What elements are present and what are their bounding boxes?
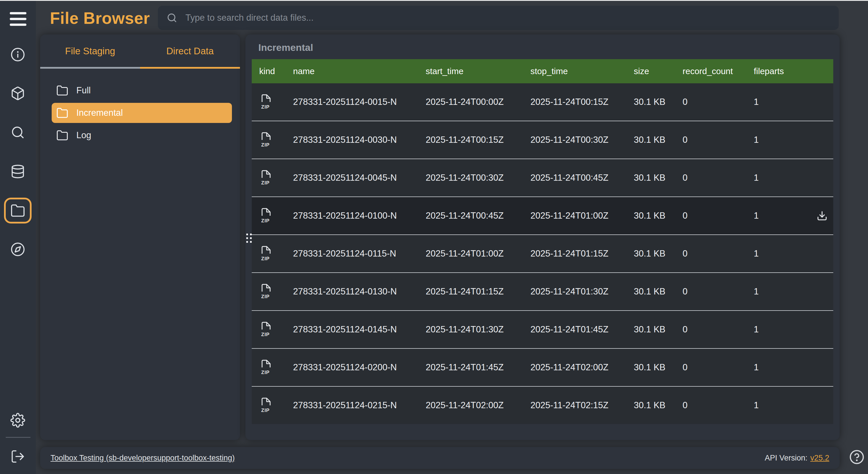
start-time-cell: 2025-11-24T00:15Z xyxy=(418,135,523,145)
name-cell: 278331-20251124-0045-N xyxy=(286,173,418,183)
api-version-link[interactable]: v25.2 xyxy=(810,453,829,463)
size-cell: 30.1 KB xyxy=(626,324,675,335)
database-icon[interactable] xyxy=(10,164,25,179)
size-cell: 30.1 KB xyxy=(626,135,675,145)
tab-file-staging[interactable]: File Staging xyxy=(40,34,140,68)
table-row[interactable]: ZIP 278331-20251124-0215-N 2025-11-24T02… xyxy=(252,386,833,424)
start-time-cell: 2025-11-24T02:00Z xyxy=(418,400,523,411)
start-time-cell: 2025-11-24T00:30Z xyxy=(418,173,523,183)
kind-cell: ZIP xyxy=(252,321,286,338)
name-cell: 278331-20251124-0200-N xyxy=(286,362,418,373)
logout-icon[interactable] xyxy=(10,449,25,464)
svg-text:ZIP: ZIP xyxy=(261,142,270,148)
column-header-record_count[interactable]: record_count xyxy=(675,66,746,76)
kind-cell: ZIP xyxy=(252,93,286,111)
name-cell: 278331-20251124-0030-N xyxy=(286,135,418,145)
download-button[interactable] xyxy=(817,210,828,221)
kind-cell: ZIP xyxy=(252,359,286,376)
stop-time-cell: 2025-11-24T02:00Z xyxy=(523,362,626,373)
window-top-highlight xyxy=(0,0,868,1)
name-cell: 278331-20251124-0145-N xyxy=(286,324,418,335)
help-icon[interactable] xyxy=(849,449,865,465)
table-header-row: kindnamestart_timestop_timesizerecord_co… xyxy=(252,59,833,83)
api-version: API Version: v25.2 xyxy=(765,453,829,463)
stop-time-cell: 2025-11-24T00:30Z xyxy=(523,135,626,145)
size-cell: 30.1 KB xyxy=(626,400,675,411)
stop-time-cell: 2025-11-24T01:30Z xyxy=(523,287,626,297)
tree-item[interactable]: Log xyxy=(52,125,232,145)
tree-item-label: Full xyxy=(76,85,91,96)
record-count-cell: 0 xyxy=(675,211,746,221)
actions-cell xyxy=(798,362,833,373)
folder-icon xyxy=(56,85,68,96)
name-cell: 278331-20251124-0100-N xyxy=(286,211,418,221)
start-time-cell: 2025-11-24T01:15Z xyxy=(418,287,523,297)
search-bar xyxy=(158,6,839,30)
workspace-link[interactable]: Toolbox Testing (sb-developersupport-too… xyxy=(51,453,235,463)
zip-file-icon: ZIP xyxy=(259,207,273,225)
table-row[interactable]: ZIP 278331-20251124-0130-N 2025-11-24T01… xyxy=(252,272,833,310)
size-cell: 30.1 KB xyxy=(626,287,675,297)
folder-icon xyxy=(56,129,68,141)
compass-icon[interactable] xyxy=(10,242,25,257)
zip-file-icon: ZIP xyxy=(259,245,273,262)
size-cell: 30.1 KB xyxy=(626,173,675,183)
kind-cell: ZIP xyxy=(252,131,286,149)
files-table: kindnamestart_timestop_timesizerecord_co… xyxy=(252,59,833,424)
table-row[interactable]: ZIP 278331-20251124-0030-N 2025-11-24T00… xyxy=(252,121,833,158)
tab-direct-data[interactable]: Direct Data xyxy=(140,34,240,68)
kind-cell: ZIP xyxy=(252,283,286,300)
api-version-label: API Version: xyxy=(765,453,807,463)
table-row[interactable]: ZIP 278331-20251124-0045-N 2025-11-24T00… xyxy=(252,158,833,197)
fileparts-cell: 1 xyxy=(746,324,798,335)
svg-text:ZIP: ZIP xyxy=(261,218,270,224)
table-row[interactable]: ZIP 278331-20251124-0100-N 2025-11-24T00… xyxy=(252,197,833,234)
zip-file-icon: ZIP xyxy=(259,93,273,111)
size-cell: 30.1 KB xyxy=(626,97,675,107)
info-icon[interactable] xyxy=(10,47,25,62)
column-header-fileparts[interactable]: fileparts xyxy=(746,66,798,76)
table-row[interactable]: ZIP 278331-20251124-0200-N 2025-11-24T01… xyxy=(252,348,833,386)
search-nav-icon[interactable] xyxy=(10,125,25,140)
tree-item[interactable]: Incremental xyxy=(52,103,232,123)
svg-text:ZIP: ZIP xyxy=(261,180,270,185)
table-row[interactable]: ZIP 278331-20251124-0145-N 2025-11-24T01… xyxy=(252,310,833,348)
column-header-start_time[interactable]: start_time xyxy=(418,66,523,76)
record-count-cell: 0 xyxy=(675,135,746,145)
menu-icon[interactable] xyxy=(10,10,26,26)
actions-cell xyxy=(798,286,833,297)
column-header-name[interactable]: name xyxy=(286,66,418,76)
column-header-kind[interactable]: kind xyxy=(252,66,286,76)
stop-time-cell: 2025-11-24T01:00Z xyxy=(523,211,626,221)
fileparts-cell: 1 xyxy=(746,211,798,221)
column-header-stop_time[interactable]: stop_time xyxy=(523,66,626,76)
kind-cell: ZIP xyxy=(252,245,286,262)
start-time-cell: 2025-11-24T00:45Z xyxy=(418,211,523,221)
rail-divider xyxy=(6,437,30,438)
table-row[interactable]: ZIP 278331-20251124-0115-N 2025-11-24T01… xyxy=(252,234,833,272)
zip-file-icon: ZIP xyxy=(259,397,273,414)
fileparts-cell: 1 xyxy=(746,135,798,145)
start-time-cell: 2025-11-24T01:45Z xyxy=(418,362,523,373)
search-input[interactable] xyxy=(185,12,839,23)
table-row[interactable]: ZIP 278331-20251124-0015-N 2025-11-24T00… xyxy=(252,83,833,121)
gear-icon[interactable] xyxy=(10,413,25,428)
stop-time-cell: 2025-11-24T01:45Z xyxy=(523,324,626,335)
stop-time-cell: 2025-11-24T01:15Z xyxy=(523,248,626,259)
actions-cell xyxy=(798,96,833,108)
package-icon[interactable] xyxy=(10,86,25,101)
name-cell: 278331-20251124-0215-N xyxy=(286,400,418,411)
file-list-panel: Incremental kindnamestart_timestop_times… xyxy=(245,34,840,440)
kind-cell: ZIP xyxy=(252,397,286,414)
fileparts-cell: 1 xyxy=(746,173,798,183)
tree-item-label: Log xyxy=(76,130,91,141)
svg-text:ZIP: ZIP xyxy=(261,370,270,375)
actions-cell xyxy=(798,172,833,183)
name-cell: 278331-20251124-0115-N xyxy=(286,248,418,259)
zip-file-icon: ZIP xyxy=(259,359,273,376)
column-header-size[interactable]: size xyxy=(626,66,675,76)
record-count-cell: 0 xyxy=(675,362,746,373)
folder-nav-icon[interactable] xyxy=(10,203,25,218)
panel-resize-handle[interactable] xyxy=(246,234,253,247)
tree-item[interactable]: Full xyxy=(52,81,232,100)
